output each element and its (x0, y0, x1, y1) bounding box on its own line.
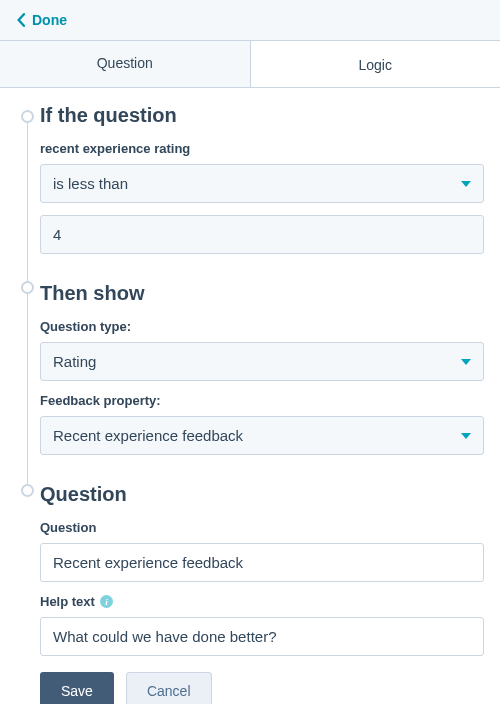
tab-logic[interactable]: Logic (251, 41, 501, 87)
operator-select[interactable]: is less than (40, 164, 484, 203)
chevron-down-icon (461, 359, 471, 365)
save-button[interactable]: Save (40, 672, 114, 704)
help-text-label: Help text i (40, 594, 484, 609)
content: If the question recent experience rating… (0, 88, 500, 704)
value-input[interactable] (40, 215, 484, 254)
condition-label: recent experience rating (40, 141, 484, 156)
topbar: Done (0, 0, 500, 41)
question-type-label: Question type: (40, 319, 484, 334)
chevron-left-icon (16, 13, 26, 27)
feedback-prop-label: Feedback property: (40, 393, 484, 408)
heading-question: Question (40, 483, 484, 506)
chevron-down-icon (461, 181, 471, 187)
question-input[interactable] (40, 543, 484, 582)
heading-if: If the question (40, 104, 484, 127)
question-type-value: Rating (53, 353, 96, 370)
cancel-button[interactable]: Cancel (126, 672, 212, 704)
question-label: Question (40, 520, 484, 535)
feedback-prop-value: Recent experience feedback (53, 427, 243, 444)
question-type-select[interactable]: Rating (40, 342, 484, 381)
timeline-dot-question (21, 484, 34, 497)
chevron-down-icon (461, 433, 471, 439)
done-label: Done (32, 12, 67, 28)
timeline-dot-then (21, 281, 34, 294)
button-row: Save Cancel (40, 672, 484, 704)
section-question: Question Question Help text i Save Cance… (40, 467, 484, 704)
feedback-prop-select[interactable]: Recent experience feedback (40, 416, 484, 455)
section-if: If the question recent experience rating… (40, 88, 484, 266)
done-link[interactable]: Done (16, 12, 67, 28)
help-text-input[interactable] (40, 617, 484, 656)
info-icon[interactable]: i (100, 595, 113, 608)
heading-then: Then show (40, 282, 484, 305)
tabs: Question Logic (0, 41, 500, 88)
help-label-text: Help text (40, 594, 95, 609)
tab-question[interactable]: Question (0, 41, 251, 87)
timeline-dot-if (21, 110, 34, 123)
operator-value: is less than (53, 175, 128, 192)
section-then: Then show Question type: Rating Feedback… (40, 266, 484, 455)
